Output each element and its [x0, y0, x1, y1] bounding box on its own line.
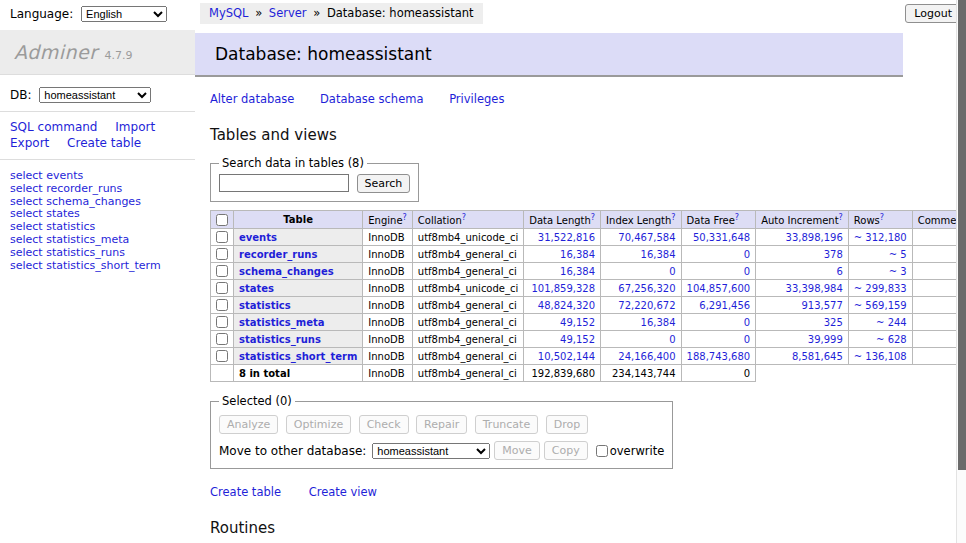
move-database-select[interactable]: homeassistant	[372, 443, 490, 459]
select-events-link[interactable]: select events	[10, 169, 83, 182]
row-checkbox[interactable]	[216, 333, 228, 345]
help-icon[interactable]: ?	[462, 213, 466, 222]
table-name-link[interactable]: recorder_runs	[239, 249, 317, 260]
select-statistics-meta-link[interactable]: select statistics_meta	[10, 233, 129, 246]
index-length-link[interactable]: 0	[669, 266, 675, 277]
table-name-link[interactable]: statistics_short_term	[239, 351, 357, 362]
repair-button[interactable]: Repair	[416, 415, 467, 434]
index-length-link[interactable]: 16,384	[641, 317, 676, 328]
auto-increment-link[interactable]: 325	[824, 317, 843, 328]
create-table-link-sidebar[interactable]: Create table	[67, 136, 141, 150]
data-free-link[interactable]: 0	[744, 334, 750, 345]
select-statistics-short-term-link[interactable]: select statistics_short_term	[10, 259, 161, 272]
select-states-link[interactable]: select states	[10, 207, 80, 220]
select-recorder-runs-link[interactable]: select recorder_runs	[10, 182, 122, 195]
auto-increment-link[interactable]: 6	[836, 266, 842, 277]
help-icon[interactable]: ?	[671, 213, 675, 222]
overwrite-checkbox[interactable]	[596, 445, 608, 457]
help-icon[interactable]: ?	[403, 213, 407, 222]
data-free-link[interactable]: 50,331,648	[693, 232, 750, 243]
analyze-button[interactable]: Analyze	[219, 415, 278, 434]
data-length-link[interactable]: 49,152	[560, 334, 595, 345]
create-view-link[interactable]: Create view	[309, 485, 377, 499]
data-length-link[interactable]: 49,152	[560, 317, 595, 328]
logout-button[interactable]: Logout	[905, 4, 961, 23]
index-length-link[interactable]: 16,384	[641, 249, 676, 260]
help-icon[interactable]: ?	[880, 213, 884, 222]
check-button[interactable]: Check	[359, 415, 409, 434]
rows-count-link[interactable]: ~ 299,833	[854, 283, 907, 294]
search-input[interactable]	[219, 174, 349, 192]
table-name-link[interactable]: statistics_meta	[239, 317, 324, 328]
db-select[interactable]: homeassistant	[39, 87, 151, 103]
truncate-button[interactable]: Truncate	[475, 415, 538, 434]
data-length-link[interactable]: 16,384	[560, 266, 595, 277]
data-free-link[interactable]: 6,291,456	[699, 300, 750, 311]
row-checkbox[interactable]	[216, 248, 228, 260]
breadcrumb-server-link[interactable]: Server	[269, 6, 307, 20]
row-checkbox[interactable]	[216, 299, 228, 311]
optimize-button[interactable]: Optimize	[286, 415, 351, 434]
rows-count-link[interactable]: ~ 569,159	[854, 300, 907, 311]
help-icon[interactable]: ?	[735, 213, 739, 222]
data-length-link[interactable]: 10,502,144	[538, 351, 595, 362]
data-free-link[interactable]: 0	[744, 317, 750, 328]
index-length-link[interactable]: 0	[669, 334, 675, 345]
table-name-link[interactable]: states	[239, 283, 274, 294]
data-free-link[interactable]: 0	[744, 266, 750, 277]
row-checkbox[interactable]	[216, 265, 228, 277]
help-icon[interactable]: ?	[839, 213, 843, 222]
select-statistics-runs-link[interactable]: select statistics_runs	[10, 246, 125, 259]
data-length-link[interactable]: 48,824,320	[538, 300, 595, 311]
auto-increment-link[interactable]: 378	[824, 249, 843, 260]
alter-database-link[interactable]: Alter database	[210, 92, 294, 106]
select-schema-changes-link[interactable]: select schema_changes	[10, 195, 141, 208]
table-name-link[interactable]: events	[239, 232, 277, 243]
select-all-checkbox[interactable]	[216, 214, 228, 226]
copy-button[interactable]: Copy	[544, 441, 588, 460]
rows-count-link[interactable]: ~ 312,180	[854, 232, 907, 243]
auto-increment-link[interactable]: 33,898,196	[786, 232, 843, 243]
table-name-link[interactable]: statistics	[239, 300, 291, 311]
create-table-link[interactable]: Create table	[210, 485, 281, 499]
rows-count-link[interactable]: ~ 136,108	[854, 351, 907, 362]
data-length-link[interactable]: 101,859,328	[531, 283, 595, 294]
table-name-link[interactable]: schema_changes	[239, 266, 334, 277]
index-length-link[interactable]: 72,220,672	[618, 300, 675, 311]
auto-increment-link[interactable]: 33,398,984	[786, 283, 843, 294]
index-length-link[interactable]: 70,467,584	[618, 232, 675, 243]
rows-count-link[interactable]: ~ 628	[876, 334, 907, 345]
scrollbar-thumb[interactable]	[958, 0, 966, 470]
data-length-link[interactable]: 31,522,816	[538, 232, 595, 243]
import-link[interactable]: Import	[115, 120, 155, 134]
language-select[interactable]: English	[81, 6, 167, 22]
table-name-link[interactable]: statistics_runs	[239, 334, 321, 345]
vertical-scrollbar[interactable]	[956, 0, 966, 543]
row-checkbox[interactable]	[216, 231, 228, 243]
privileges-link[interactable]: Privileges	[449, 92, 504, 106]
data-free-link[interactable]: 104,857,600	[687, 283, 751, 294]
rows-count-link[interactable]: ~ 5	[889, 249, 907, 260]
row-checkbox[interactable]	[216, 316, 228, 328]
rows-count-link[interactable]: ~ 3	[889, 266, 907, 277]
auto-increment-link[interactable]: 39,999	[808, 334, 843, 345]
index-length-link[interactable]: 24,166,400	[618, 351, 675, 362]
data-length-link[interactable]: 16,384	[560, 249, 595, 260]
auto-increment-link[interactable]: 8,581,645	[792, 351, 843, 362]
breadcrumb-mysql-link[interactable]: MySQL	[209, 6, 249, 20]
export-link[interactable]: Export	[10, 136, 49, 150]
select-statistics-link[interactable]: select statistics	[10, 220, 95, 233]
database-schema-link[interactable]: Database schema	[320, 92, 423, 106]
search-button[interactable]: Search	[357, 174, 411, 193]
auto-increment-link[interactable]: 913,577	[801, 300, 842, 311]
index-length-link[interactable]: 67,256,320	[618, 283, 675, 294]
sql-command-link[interactable]: SQL command	[10, 120, 97, 134]
data-free-link[interactable]: 188,743,680	[687, 351, 751, 362]
move-button[interactable]: Move	[494, 441, 540, 460]
drop-button[interactable]: Drop	[546, 415, 588, 434]
row-checkbox[interactable]	[216, 350, 228, 362]
rows-count-link[interactable]: ~ 244	[876, 317, 907, 328]
row-checkbox[interactable]	[216, 282, 228, 294]
data-free-link[interactable]: 0	[744, 249, 750, 260]
help-icon[interactable]: ?	[591, 213, 595, 222]
